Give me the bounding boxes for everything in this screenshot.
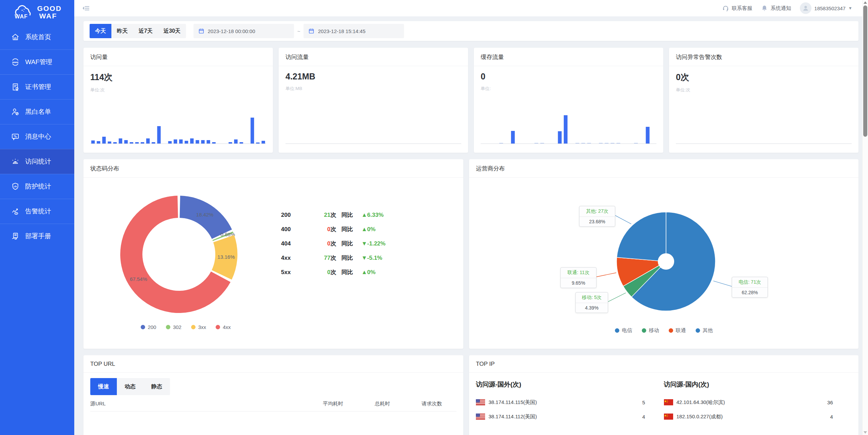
status-donut-legend: 2003023xx4xx [90, 324, 281, 330]
tab-slow[interactable]: 慢速 [90, 378, 117, 395]
tab-yesterday[interactable]: 昨天 [111, 24, 133, 38]
stat-card-traffic: 访问流量 4.21MB 单位:MB [279, 48, 468, 153]
legend-dot-icon [191, 325, 196, 329]
cloud-waf-logo-icon: WAF [13, 5, 34, 20]
stat-unit: 单位:次 [90, 87, 266, 93]
ip-row: 42.101.64.30(哈尔滨) 36 [664, 395, 833, 409]
date-end-input[interactable]: 2023-12-18 15:14:45 [304, 24, 404, 38]
home-icon [11, 33, 20, 42]
svg-text:13.16%: 13.16% [217, 254, 235, 260]
sidebar-item-manual[interactable]: 部署手册 [0, 224, 74, 249]
username: 18583502347 [814, 5, 846, 11]
tab-today[interactable]: 今天 [90, 24, 111, 38]
alert-trend-eye-icon [11, 207, 20, 216]
status-row-4xx: 4xx 77次 同比 ▼-5.1% [281, 254, 416, 262]
legend-dot-icon [669, 328, 673, 333]
status-code-table: 200 21次 同比 ▲6.33% 400 0次 同比 ▲0% 404 0次 [281, 157, 456, 330]
top-ip-card: TOP IP 访问源-国外(次) 38.174.114.115(美国) 5 38… [469, 355, 858, 435]
ip-row: 38.174.114.112(美国) 4 [476, 409, 645, 424]
legend-item[interactable]: 302 [166, 324, 182, 330]
sidebar-nav: 系统首页 www WAF管理 证书管理 黑白名单 消息中心 访问统计 防护统计 [0, 25, 74, 249]
sidebar: WAF GOOD WAF 系统首页 www WAF管理 证书管理 黑白名单 消息… [0, 0, 74, 435]
sidebar-item-messages[interactable]: 消息中心 [0, 124, 74, 149]
user-menu[interactable]: 18583502347 ▼ [800, 2, 852, 14]
stat-card-cache: 缓存流量 0 单位: [474, 48, 663, 153]
tab-dynamic[interactable]: 动态 [117, 378, 143, 395]
tab-7days[interactable]: 近7天 [133, 24, 158, 38]
callout-telecom: 电信: 71次 62.28% [732, 277, 768, 298]
legend-dot-icon [615, 328, 619, 333]
sidebar-item-certificates[interactable]: 证书管理 [0, 74, 74, 99]
scroll-up-arrow[interactable] [864, 1, 867, 4]
main-content: 今天 昨天 近7天 近30天 2023-12-18 00:00:00 ~ 202… [74, 16, 862, 435]
legend-item[interactable]: 200 [141, 324, 156, 330]
date-separator: ~ [297, 28, 300, 34]
sidebar-item-home[interactable]: 系统首页 [0, 25, 74, 49]
status-code-donut-chart: 18.42%0.88%13.16%67.54% [90, 178, 281, 318]
scrollbar-thumb[interactable] [863, 5, 867, 137]
calendar-icon [198, 28, 204, 34]
chevron-down-icon: ▼ [848, 6, 852, 11]
cn-flag-icon [664, 399, 673, 405]
isp-pie-area: 其他: 27次 23.68% 联通: 11次 9.65% 移动: 5次 4.39… [476, 179, 852, 322]
legend-item[interactable]: 其他 [696, 327, 713, 334]
scroll-down-arrow[interactable] [864, 431, 867, 434]
sidebar-item-protect-stats[interactable]: 防护统计 [0, 174, 74, 199]
contact-support[interactable]: 联系客服 [722, 5, 752, 12]
manual-book-icon [11, 232, 20, 241]
top-url-tabs: 慢速 动态 静态 [90, 378, 170, 395]
legend-item[interactable]: 3xx [191, 324, 206, 330]
status-row-400: 400 0次 同比 ▲0% [281, 225, 416, 233]
stat-unit: 单位:MB [285, 86, 461, 92]
stat-value: 0 [481, 72, 656, 81]
card-title: 访问量 [90, 53, 266, 61]
svg-text:18.42%: 18.42% [196, 212, 214, 217]
legend-item[interactable]: 4xx [216, 324, 231, 330]
legend-item[interactable]: 联通 [669, 327, 686, 334]
legend-dot-icon [216, 325, 220, 329]
status-donut-area: 18.42%0.88%13.16%67.54% 2003023xx4xx [90, 178, 281, 330]
card-title: 运营商分布 [476, 165, 852, 172]
status-row-5xx: 5xx 0次 同比 ▲0% [281, 268, 416, 276]
stat-value: 4.21MB [285, 72, 461, 81]
top-url-card: TOP URL 慢速 动态 静态 源URL 平均耗时 总耗时 请求次数 [83, 355, 463, 435]
calendar-icon [308, 28, 314, 34]
filter-bar: 今天 昨天 近7天 近30天 2023-12-18 00:00:00 ~ 202… [83, 21, 858, 41]
isp-legend: 电信移动联通其他 [476, 327, 852, 334]
topbar: 联系客服 系统通知 18583502347 ▼ [74, 0, 868, 16]
legend-dot-icon [696, 328, 700, 333]
svg-text:WAF: WAF [15, 14, 28, 19]
tab-30days[interactable]: 近30天 [158, 24, 186, 38]
vertical-scrollbar[interactable] [862, 0, 868, 435]
isp-pie-chart [476, 179, 851, 322]
sidebar-item-blacklist[interactable]: 黑白名单 [0, 99, 74, 124]
system-notifications[interactable]: 系统通知 [761, 5, 791, 12]
stat-unit: 单位: [481, 86, 656, 92]
sidebar-item-alert-stats[interactable]: 告警统计 [0, 199, 74, 224]
user-icon [802, 4, 809, 12]
sidebar-item-access-stats[interactable]: 访问统计 [0, 149, 74, 174]
legend-item[interactable]: 电信 [615, 327, 632, 334]
card-title: 访问流量 [285, 53, 461, 61]
stat-card-alerts: 访问异常告警次数 0次 单位:次 [669, 48, 858, 153]
headset-icon [722, 5, 729, 12]
traffic-mini-bar-chart [285, 112, 461, 144]
sidebar-item-waf[interactable]: www WAF管理 [0, 49, 74, 74]
svg-text:67.54%: 67.54% [130, 276, 147, 282]
date-range: 2023-12-18 00:00:00 ~ 2023-12-18 15:14:4… [193, 24, 404, 38]
visits-mini-bar-chart [90, 112, 266, 144]
menu-fold-icon[interactable] [82, 4, 90, 12]
www-globe-icon: www [11, 58, 20, 66]
legend-item[interactable]: 移动 [642, 327, 659, 334]
shield-stats-icon [11, 182, 20, 191]
date-start-input[interactable]: 2023-12-18 00:00:00 [193, 24, 294, 38]
stat-value: 0次 [676, 72, 852, 83]
ip-row: 182.150.0.227(成都) 4 [664, 409, 833, 424]
stat-value: 114次 [90, 72, 266, 83]
blacklist-person-icon [11, 107, 20, 116]
tab-static[interactable]: 静态 [143, 378, 170, 395]
status-row-200: 200 21次 同比 ▲6.33% [281, 211, 416, 219]
stat-card-visits: 访问量 114次 单位:次 [83, 48, 273, 153]
callout-other: 其他: 27次 23.68% [579, 206, 615, 227]
us-flag-icon [476, 399, 485, 405]
